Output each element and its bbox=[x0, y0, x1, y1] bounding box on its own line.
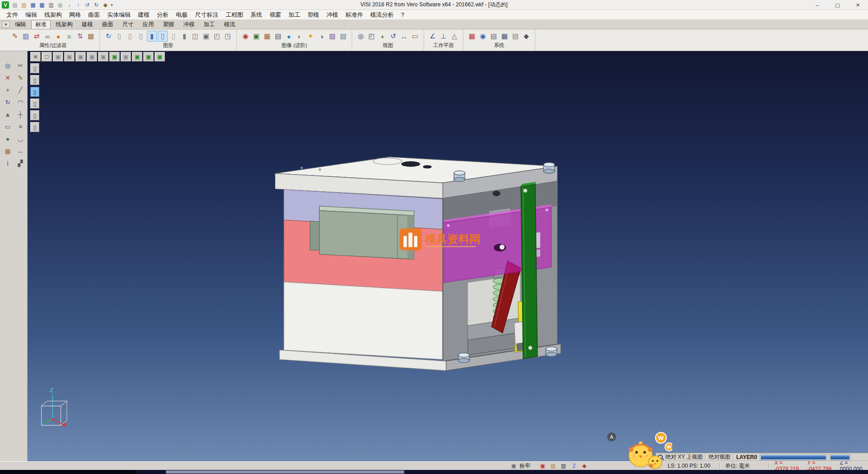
toolbar-tab[interactable]: 线架构 bbox=[52, 20, 77, 29]
toolbar-tab[interactable]: 加工 bbox=[200, 20, 219, 29]
sheet-icon[interactable]: ▯ bbox=[169, 31, 179, 42]
record-screen-icon[interactable]: ▣ bbox=[539, 463, 547, 469]
menu-item[interactable]: 建模 bbox=[134, 10, 153, 19]
menu-item[interactable]: 系统 bbox=[247, 10, 266, 19]
os-taskbar[interactable] bbox=[0, 470, 868, 474]
new-document-icon[interactable]: ▤ bbox=[11, 1, 19, 9]
background-icon[interactable]: ▧ bbox=[338, 31, 348, 42]
menu-item[interactable]: 分析 bbox=[153, 10, 172, 19]
import-icon[interactable]: ↓ bbox=[65, 1, 73, 9]
undo-icon[interactable]: ↺ bbox=[83, 1, 91, 9]
color-palette-icon[interactable]: ▦ bbox=[467, 31, 477, 42]
texture-icon[interactable]: ▨ bbox=[327, 31, 337, 42]
calculator-icon[interactable]: ▦ bbox=[500, 31, 509, 42]
view-filter-3-icon[interactable]: ▯ bbox=[30, 87, 39, 97]
export-icon[interactable]: ↑ bbox=[74, 1, 82, 9]
menu-item[interactable]: 曲面 bbox=[85, 10, 104, 19]
scissors-icon[interactable]: ✂ bbox=[15, 60, 26, 71]
progress-bar-short[interactable] bbox=[830, 454, 850, 460]
filter-clear-icon[interactable]: ▩ bbox=[86, 31, 96, 42]
view-filter-6-icon[interactable]: ▯ bbox=[30, 122, 39, 132]
material-icon[interactable]: ◐ bbox=[295, 31, 305, 42]
workplane-icon[interactable]: ∠ bbox=[428, 31, 438, 42]
toolbar-tab[interactable]: 尺寸 bbox=[118, 20, 138, 29]
selection-filter-icon[interactable]: ⇅ bbox=[75, 31, 85, 42]
clapperboard-icon[interactable]: ▨ bbox=[560, 463, 567, 469]
core-insert[interactable] bbox=[310, 206, 414, 260]
top-view-icon[interactable]: ▣ bbox=[75, 52, 86, 62]
arc-icon[interactable]: ◠ bbox=[15, 97, 26, 108]
viewport-layout-icon[interactable]: ≡ bbox=[30, 52, 41, 62]
close-button[interactable]: ✕ bbox=[848, 0, 868, 10]
plot-preview-icon[interactable]: ◎ bbox=[56, 1, 64, 9]
toolbar-tab[interactable]: 标准 bbox=[31, 20, 51, 29]
zoom-window-icon[interactable]: ◰ bbox=[367, 31, 377, 42]
menu-item[interactable]: 标准件 bbox=[342, 10, 367, 19]
zoom-extents-icon[interactable]: ◎ bbox=[356, 31, 366, 42]
active-layer-label[interactable]: LAYER0 bbox=[736, 454, 757, 460]
menu-item[interactable]: 塑模 bbox=[304, 10, 323, 19]
layer-filter-icon[interactable]: ≡ bbox=[64, 31, 74, 42]
knife-icon[interactable]: ╱ bbox=[15, 85, 26, 95]
toolbar-tab[interactable]: 曲面 bbox=[98, 20, 118, 29]
split-view-icon[interactable]: ◫ bbox=[190, 31, 200, 42]
menu-item[interactable]: 视窗 bbox=[266, 10, 285, 19]
move-icon[interactable]: + bbox=[2, 85, 13, 95]
cylinder-wire-icon[interactable]: ▯ bbox=[136, 31, 146, 42]
menu-item[interactable]: 电极 bbox=[172, 10, 191, 19]
menu-item[interactable]: 编辑 bbox=[22, 10, 41, 19]
menu-item[interactable]: 工程图 bbox=[222, 10, 247, 19]
rotate-icon[interactable]: ↻ bbox=[2, 97, 13, 108]
redo-icon[interactable]: ↻ bbox=[92, 1, 100, 9]
globe-icon[interactable]: ◉ bbox=[478, 31, 488, 42]
mold-assembly-model[interactable] bbox=[275, 157, 561, 370]
solid-sheet-icon[interactable]: ▮ bbox=[179, 31, 189, 42]
spreadsheet-icon[interactable]: ▤ bbox=[489, 31, 499, 42]
back-view-icon[interactable]: ▣ bbox=[98, 52, 108, 62]
camera-icon[interactable]: ▣ bbox=[251, 31, 261, 42]
save-icon[interactable]: ▦ bbox=[29, 1, 37, 9]
plot-icon[interactable]: ◆ bbox=[521, 31, 531, 42]
shadow-icon[interactable]: ◑ bbox=[316, 31, 326, 42]
snapshot-icon[interactable]: ◉ bbox=[241, 31, 250, 42]
menu-item[interactable]: 模流分析 bbox=[367, 10, 397, 19]
workplane-normal-icon[interactable]: ⊥ bbox=[439, 31, 448, 42]
menu-item[interactable]: 线架构 bbox=[41, 10, 66, 19]
shading-edges-icon[interactable]: ▯ bbox=[158, 31, 168, 42]
hatch-icon[interactable]: ▨ bbox=[510, 31, 520, 42]
single-view-icon[interactable]: □ bbox=[42, 52, 52, 62]
measure-icon[interactable]: ▭ bbox=[410, 31, 420, 42]
latch-bar[interactable] bbox=[521, 182, 538, 359]
support-block[interactable] bbox=[284, 282, 443, 359]
render-sphere-icon[interactable]: ● bbox=[284, 31, 294, 42]
film-icon[interactable]: ▤ bbox=[273, 31, 283, 42]
lock-label[interactable]: 拴牢 bbox=[519, 462, 530, 470]
open-folder-icon[interactable]: ▨ bbox=[20, 1, 28, 9]
toolbar-tab[interactable]: 模流 bbox=[220, 20, 240, 29]
view-filter-4-icon[interactable]: ▯ bbox=[30, 99, 39, 109]
menu-item[interactable]: 尺寸标注 bbox=[191, 10, 222, 19]
gallery-icon[interactable]: ▦ bbox=[262, 31, 272, 42]
zoom-in-icon[interactable]: + bbox=[377, 31, 387, 42]
snapshot-icon[interactable]: ▤ bbox=[549, 463, 557, 469]
shaded-top-icon[interactable]: ▣ bbox=[143, 52, 154, 62]
materials-icon[interactable]: ▦ bbox=[2, 146, 13, 156]
render-box-icon[interactable]: ◳ bbox=[223, 31, 233, 42]
info-icon[interactable]: i bbox=[2, 158, 13, 169]
pan-icon[interactable]: ↔ bbox=[399, 31, 409, 42]
taskbar-window-segment[interactable] bbox=[166, 470, 404, 474]
toolbar-tab[interactable]: 塑膜 bbox=[159, 20, 179, 29]
mirror-icon[interactable]: ▲ bbox=[2, 109, 13, 120]
maximize-button[interactable]: ▢ bbox=[827, 0, 848, 10]
settings-icon[interactable]: ◆ bbox=[101, 1, 109, 9]
stretch-icon[interactable]: ↔ bbox=[15, 146, 26, 156]
attr-brush-icon[interactable]: ✎ bbox=[10, 31, 20, 42]
stacked-view-icon[interactable]: ▣ bbox=[201, 31, 211, 42]
menu-item[interactable]: 实体编辑 bbox=[104, 10, 134, 19]
progress-bar-long[interactable] bbox=[760, 454, 827, 460]
tabbar-dropdown-icon[interactable]: ▼ bbox=[2, 21, 10, 28]
corner-box-icon[interactable]: ◰ bbox=[212, 31, 222, 42]
attr-swap-icon[interactable]: ⇄ bbox=[32, 31, 42, 42]
toolbar-tab[interactable]: 编辑 bbox=[11, 20, 30, 29]
quick-access-dropdown-icon[interactable]: ▾ bbox=[109, 3, 114, 7]
